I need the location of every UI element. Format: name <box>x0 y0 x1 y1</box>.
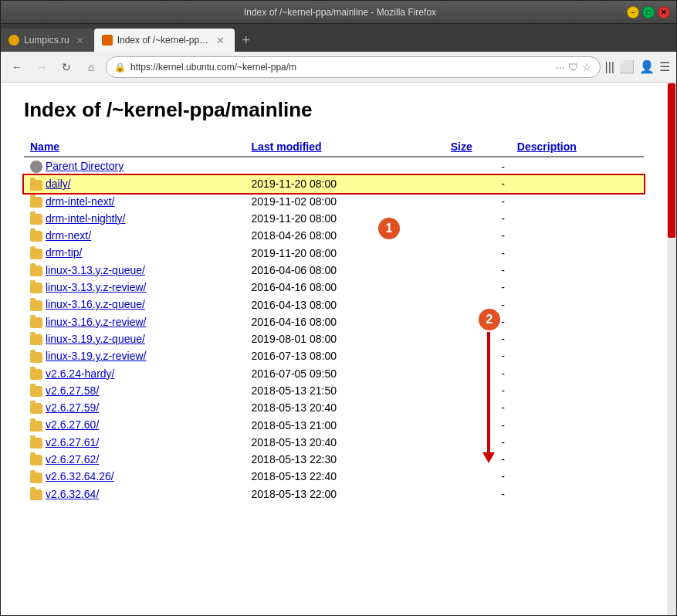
folder-link[interactable]: v2.6.27.58/ <box>46 384 99 397</box>
table-row: v2.6.27.61/2018-05-13 20:40- <box>24 434 644 451</box>
cell-size: - <box>445 244 511 261</box>
synced-tabs-icon[interactable]: ⬜ <box>619 59 635 74</box>
title-bar: Index of /~kernel-ppa/mainline - Mozilla… <box>1 1 676 24</box>
cell-name: linux-3.13.y.z-queue/ <box>24 262 245 279</box>
cell-desc <box>511 296 644 313</box>
tab-index[interactable]: Index of /~kernel-ppa/main ✕ <box>94 29 235 52</box>
cell-name: v2.6.24-hardy/ <box>24 365 245 382</box>
cell-size: - <box>445 296 511 313</box>
table-row: v2.6.24-hardy/2016-07-05 09:50- <box>24 365 644 382</box>
folder-link[interactable]: v2.6.32.64/ <box>46 488 99 500</box>
table-row: v2.6.32.64.26/2018-05-13 22:40- <box>24 468 644 485</box>
cell-modified: 2019-11-20 08:00 <box>245 244 445 261</box>
col-size-link[interactable]: Size <box>451 140 472 153</box>
table-header-row: Name Last modified Size Description <box>24 137 644 157</box>
folder-icon <box>30 197 42 208</box>
forward-button[interactable]: → <box>32 57 52 77</box>
folder-icon <box>30 317 42 328</box>
profile-icon[interactable]: 👤 <box>639 59 655 74</box>
table-row: drm-intel-nightly/2019-11-20 08:00- <box>24 210 644 227</box>
tab-lumpics[interactable]: Lumpics.ru ✕ <box>1 29 94 52</box>
folder-link[interactable]: linux-3.19.y.z-queue/ <box>46 333 145 345</box>
folder-icon <box>30 438 42 448</box>
folder-link[interactable]: v2.6.27.59/ <box>46 401 99 414</box>
folder-link[interactable]: v2.6.27.61/ <box>46 436 99 448</box>
cell-desc <box>511 313 644 330</box>
cell-modified: 2016-07-05 09:50 <box>245 365 445 382</box>
close-button[interactable]: ✕ <box>658 6 670 19</box>
folder-icon <box>30 472 42 483</box>
cell-size: - <box>445 157 511 175</box>
table-row: v2.6.27.62/2018-05-13 22:30- <box>24 451 644 468</box>
table-row: v2.6.27.58/2018-05-13 21:50- <box>24 382 644 399</box>
cell-size: - <box>445 210 511 227</box>
folder-link[interactable]: linux-3.19.y.z-review/ <box>46 350 146 362</box>
more-button[interactable]: ··· <box>556 61 565 73</box>
scrollbar-thumb[interactable] <box>668 83 675 238</box>
folder-link[interactable]: v2.6.24-hardy/ <box>46 367 115 380</box>
folder-link[interactable]: daily/ <box>46 178 71 190</box>
table-row: linux-3.16.y.z-queue/2016-04-13 08:00- <box>24 296 644 313</box>
folder-link[interactable]: v2.6.27.62/ <box>46 453 99 465</box>
cell-desc <box>511 193 644 210</box>
col-modified-link[interactable]: Last modified <box>252 140 322 153</box>
folder-link[interactable]: drm-intel-next/ <box>46 195 114 208</box>
folder-link[interactable]: drm-next/ <box>46 229 91 242</box>
folder-icon <box>30 214 42 225</box>
browser-window: Index of /~kernel-ppa/mainline - Mozilla… <box>0 0 677 616</box>
folder-link[interactable]: linux-3.13.y.z-review/ <box>46 281 146 293</box>
lock-icon: 🔒 <box>114 62 126 73</box>
col-name-link[interactable]: Name <box>30 140 59 153</box>
tab-close-index[interactable]: ✕ <box>215 34 227 46</box>
folder-link[interactable]: linux-3.13.y.z-queue/ <box>46 264 145 276</box>
cell-name: linux-3.16.y.z-review/ <box>24 313 245 330</box>
folder-link[interactable]: linux-3.16.y.z-review/ <box>46 316 146 328</box>
reload-button[interactable]: ↻ <box>56 57 76 77</box>
cell-desc <box>511 175 644 192</box>
cell-desc <box>511 347 644 364</box>
bookmark-icon[interactable]: ☆ <box>582 61 592 73</box>
folder-link[interactable]: linux-3.16.y.z-queue/ <box>46 298 145 310</box>
menu-icon[interactable]: ☰ <box>659 59 670 74</box>
address-bar-icons: ··· 🛡 ☆ <box>556 61 592 73</box>
tab-favicon-lumpics <box>8 35 19 46</box>
cell-size: - <box>445 227 511 244</box>
cell-desc <box>511 468 644 485</box>
scrollbar[interactable] <box>667 83 676 615</box>
cell-desc <box>511 157 644 175</box>
address-input[interactable]: 🔒 https://kernel.ubuntu.com/~kernel-ppa/… <box>106 56 601 78</box>
folder-icon <box>30 352 42 363</box>
cell-size: - <box>445 399 511 416</box>
col-desc-link[interactable]: Description <box>517 140 577 153</box>
folder-link[interactable]: drm-tip/ <box>46 246 82 259</box>
cell-name: drm-intel-next/ <box>24 193 245 210</box>
cell-modified: 2018-05-13 20:40 <box>245 399 445 416</box>
cell-desc <box>511 210 644 227</box>
cell-name: v2.6.32.64.26/ <box>24 468 245 485</box>
folder-link[interactable]: v2.6.32.64.26/ <box>46 470 114 482</box>
window-controls: – □ ✕ <box>627 6 670 19</box>
cell-desc <box>511 330 644 347</box>
minimize-button[interactable]: – <box>627 6 639 19</box>
folder-icon <box>30 386 42 397</box>
cell-size: - <box>445 451 511 468</box>
folder-icon <box>30 180 42 191</box>
cell-name: v2.6.27.59/ <box>24 399 245 416</box>
library-icon[interactable]: ||| <box>605 60 614 74</box>
page-title: Index of /~kernel-ppa/mainline <box>24 98 644 122</box>
cell-size: - <box>445 330 511 347</box>
folder-link[interactable]: drm-intel-nightly/ <box>46 212 125 225</box>
cell-name: v2.6.32.64/ <box>24 486 245 503</box>
folder-link[interactable]: v2.6.27.60/ <box>46 418 99 431</box>
back-button[interactable]: ← <box>7 57 27 77</box>
page-content: Index of /~kernel-ppa/mainline Name Last… <box>1 83 667 615</box>
parent-dir-link[interactable]: Parent Directory <box>46 160 124 172</box>
home-button[interactable]: ⌂ <box>81 57 101 77</box>
tab-close-lumpics[interactable]: ✕ <box>74 34 86 46</box>
cell-name: v2.6.27.62/ <box>24 451 245 468</box>
tab-label-index: Index of /~kernel-ppa/main <box>117 35 210 46</box>
maximize-button[interactable]: □ <box>642 6 655 19</box>
col-modified-header: Last modified <box>245 137 445 157</box>
new-tab-button[interactable]: + <box>235 29 258 52</box>
cell-modified <box>245 157 445 175</box>
